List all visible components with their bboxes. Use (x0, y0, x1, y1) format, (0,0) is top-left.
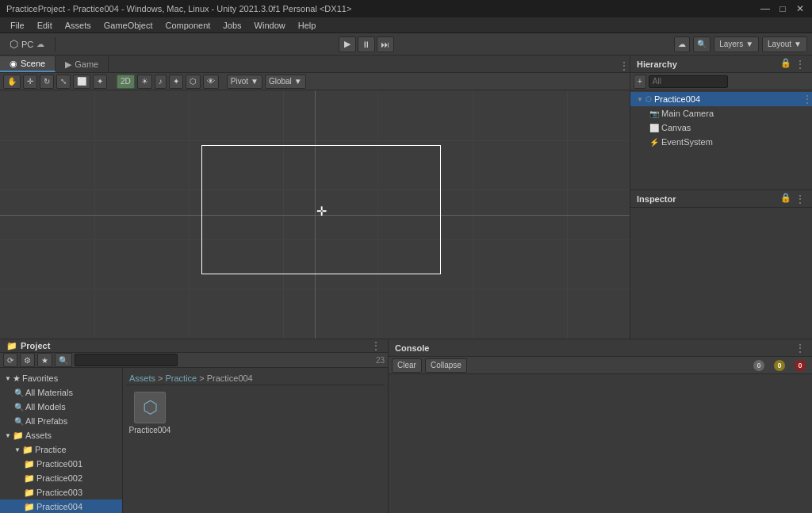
folder-icon: 📁 (22, 445, 33, 455)
hierarchy-item-maincamera[interactable]: 📷 Main Camera (630, 106, 812, 121)
tree-item-label: Practice001 (36, 459, 82, 469)
title-bar: PracticeProject - Practice004 - Windows,… (0, 0, 812, 17)
search-button[interactable]: 🔍 (693, 36, 710, 52)
breadcrumb-assets[interactable]: Assets (129, 373, 155, 383)
project-content: ▼ ★ Favorites 🔍 All Materials 🔍 All Mode… (0, 368, 388, 513)
tab-scene[interactable]: ◉ Scene (0, 56, 56, 72)
audio-button[interactable]: ♪ (155, 75, 167, 89)
cloud-icon: ☁ (36, 40, 44, 48)
hierarchy-lock-icon: 🔒 (780, 58, 791, 71)
console-header: Console ⋮ (389, 339, 812, 357)
folder-icon: 📁 (24, 502, 35, 512)
window-controls: — □ ✕ (760, 3, 806, 14)
scene-panel-options[interactable]: ⋮ (619, 59, 630, 72)
scene-gizmos-button[interactable]: ⬡ (186, 75, 201, 89)
console-title: Console (395, 343, 429, 353)
hierarchy-item-options[interactable]: ⋮ (802, 94, 812, 105)
scale-tool[interactable]: ⤡ (56, 75, 71, 89)
tree-practice001[interactable]: 📁 Practice001 (0, 457, 122, 471)
tree-item-label: Practice002 (36, 473, 82, 483)
project-search-input[interactable] (75, 354, 178, 366)
menu-item-window[interactable]: Window (249, 19, 291, 32)
maximize-button[interactable]: □ (777, 3, 788, 14)
hierarchy-header: Hierarchy 🔒 ⋮ (630, 56, 812, 73)
tree-all-materials[interactable]: 🔍 All Materials (0, 385, 122, 400)
lighting-button[interactable]: ☀ (137, 75, 152, 89)
menu-item-help[interactable]: Help (293, 19, 322, 32)
hierarchy-item-label: Main Camera (661, 109, 714, 118)
console-toolbar: Clear Collapse 0 0 0 (389, 357, 812, 374)
console-options[interactable]: ⋮ (795, 342, 806, 354)
menu-item-gameobject[interactable]: GameObject (98, 19, 159, 32)
move-tool[interactable]: ✛ (23, 75, 37, 89)
menu-item-file[interactable]: File (5, 19, 30, 32)
2d-button[interactable]: 2D (117, 75, 135, 89)
close-button[interactable]: ✕ (795, 3, 806, 14)
menu-item-assets[interactable]: Assets (59, 19, 97, 32)
tree-practice004[interactable]: 📁 Practice004 (0, 500, 122, 513)
inspector-options[interactable]: ⋮ (795, 193, 806, 205)
scene-view[interactable]: ✛ (0, 90, 630, 339)
platform-selector[interactable]: ⬡ PC ☁ (5, 38, 49, 50)
tree-assets[interactable]: ▼ 📁 Assets (0, 428, 122, 442)
hierarchy-item-label: Canvas (661, 123, 691, 132)
console-clear-button[interactable]: Clear (392, 358, 422, 373)
global-dropdown[interactable]: Global▼ (265, 75, 306, 89)
separator-1 (55, 37, 56, 52)
breadcrumb-sep1: > (158, 373, 163, 383)
hierarchy-toolbar: + (630, 73, 812, 90)
hierarchy-item-canvas[interactable]: ⬜ Canvas (630, 121, 812, 135)
breadcrumb-practice[interactable]: Practice (165, 373, 197, 383)
folder-icon: 📁 (24, 473, 35, 484)
hierarchy-options[interactable]: ⋮ (795, 58, 806, 71)
scene-cursor: ✛ (316, 204, 327, 219)
tree-all-models[interactable]: 🔍 All Models (0, 400, 122, 414)
hierarchy-search[interactable] (649, 75, 728, 88)
rotate-tool[interactable]: ↻ (40, 75, 54, 89)
project-star-button[interactable]: ★ (37, 353, 52, 367)
hidden-button[interactable]: 👁 (203, 75, 219, 89)
menu-item-jobs[interactable]: Jobs (217, 19, 247, 32)
tree-practice[interactable]: ▼ 📁 Practice (0, 442, 122, 457)
hierarchy-item-eventsystem[interactable]: ⚡ EventSystem (630, 135, 812, 149)
tree-all-prefabs[interactable]: 🔍 All Prefabs (0, 414, 122, 428)
transform-tool[interactable]: ✦ (93, 75, 107, 89)
project-search-button[interactable]: 🔍 (55, 353, 72, 367)
pivot-dropdown[interactable]: Pivot▼ (227, 75, 262, 89)
chevron-down-icon: ▼ (745, 40, 753, 48)
tree-practice002[interactable]: 📁 Practice002 (0, 471, 122, 485)
menu-item-edit[interactable]: Edit (32, 19, 58, 32)
pause-button[interactable]: ⏸ (358, 36, 375, 52)
project-settings-button[interactable]: ⚙ (20, 353, 35, 367)
play-button[interactable]: ▶ (339, 36, 356, 52)
layout-dropdown[interactable]: Layout ▼ (762, 36, 807, 52)
project-header: 📁 Project ⋮ (0, 339, 388, 353)
hierarchy-content: ▼ ⬡ Practice004 ⋮ 📷 Main Camera ⬜ Canvas… (630, 90, 812, 190)
hand-tool[interactable]: ✋ (3, 75, 21, 89)
unity-logo-icon: ⬡ (10, 38, 18, 50)
console-panel: Console ⋮ Clear Collapse 0 0 0 (389, 339, 812, 513)
asset-practice004[interactable]: ⬡ Practice004 (126, 389, 174, 438)
tree-practice003[interactable]: 📁 Practice003 (0, 485, 122, 500)
layers-dropdown[interactable]: Layers ▼ (714, 36, 759, 52)
collab-button[interactable]: ☁ (674, 36, 690, 52)
breadcrumb: Assets > Practice > Practice004 (126, 371, 385, 385)
play-controls: ▶ ⏸ ⏭ (61, 36, 671, 52)
tree-favorites[interactable]: ▼ ★ Favorites (0, 371, 122, 385)
game-tab-icon: ▶ (65, 59, 71, 70)
tab-game[interactable]: ▶ Game (56, 56, 109, 72)
fx-button[interactable]: ✦ (169, 75, 183, 89)
step-button[interactable]: ⏭ (377, 36, 394, 52)
hierarchy-item-label: Practice004 (654, 94, 700, 104)
arrow-icon: ▼ (5, 432, 11, 439)
project-sync-button[interactable]: ⟳ (3, 353, 17, 367)
folder-icon: 📁 (24, 488, 35, 498)
title-text: PracticeProject - Practice004 - Windows,… (6, 4, 351, 13)
hierarchy-item-practice004[interactable]: ▼ ⬡ Practice004 ⋮ (630, 92, 812, 106)
console-collapse-button[interactable]: Collapse (425, 358, 467, 373)
hierarchy-add-button[interactable]: + (634, 75, 646, 89)
minimize-button[interactable]: — (760, 3, 771, 14)
rect-tool[interactable]: ⬜ (73, 75, 90, 89)
project-options[interactable]: ⋮ (370, 339, 381, 352)
menu-item-component[interactable]: Component (159, 19, 216, 32)
